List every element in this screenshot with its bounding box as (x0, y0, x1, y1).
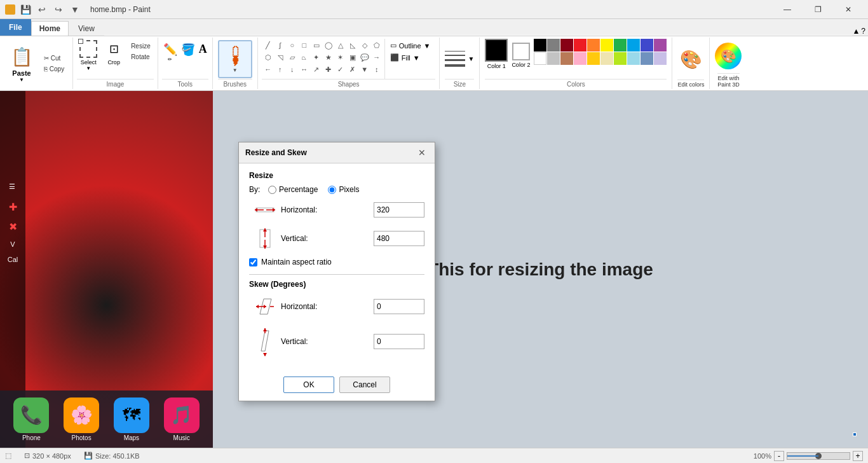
qa-dropdown-button[interactable]: ▼ (67, 2, 83, 17)
shape-hexagon[interactable]: ⬡ (262, 51, 275, 64)
shape-rect[interactable]: □ (298, 39, 311, 52)
save-button[interactable]: 💾 (18, 2, 33, 17)
palette-color-blue[interactable] (627, 39, 640, 52)
shape-freeform[interactable]: ○ (286, 39, 299, 52)
dialog-close-button[interactable]: ✕ (416, 146, 428, 159)
shape-roundrect[interactable]: ▭ (310, 39, 323, 52)
shape-roundedrect2[interactable]: ▣ (346, 51, 359, 64)
shape-plus[interactable]: ✚ (322, 63, 335, 76)
palette-color-red[interactable] (574, 39, 587, 52)
tab-home[interactable]: Home (31, 21, 69, 36)
palette-color-black[interactable] (534, 39, 546, 52)
color2-swatch[interactable] (512, 43, 530, 60)
ok-button[interactable]: OK (283, 377, 334, 393)
shape-arrow-diagonal[interactable]: ↗ (310, 63, 323, 76)
shape-ellipse[interactable]: ◯ (322, 39, 335, 52)
pixels-radio-label[interactable]: Pixels (328, 185, 359, 194)
zoom-in-button[interactable]: + (853, 451, 863, 461)
edit-with-paint3d-button[interactable]: 🎨 Edit with Paint 3D (710, 38, 747, 89)
paste-button[interactable]: 📋 Paste ▼ (5, 39, 38, 88)
palette-color-gold[interactable] (587, 52, 600, 65)
percentage-radio[interactable] (268, 186, 276, 194)
shape-star5[interactable]: ★ (322, 51, 335, 64)
shape-x[interactable]: ✗ (346, 63, 359, 76)
shape-right-triangle[interactable]: ◺ (346, 39, 359, 52)
select-button[interactable]: Select ▼ (77, 39, 100, 73)
shape-more[interactable]: ▼ (358, 63, 371, 76)
brush-button[interactable]: 🖌 ▼ (218, 40, 252, 78)
palette-color-cream[interactable] (600, 52, 613, 65)
pixels-radio[interactable] (328, 186, 336, 194)
palette-color-darkred[interactable] (560, 39, 573, 52)
tab-view[interactable]: View (70, 21, 103, 36)
zoom-out-button[interactable]: - (774, 451, 784, 461)
percentage-radio-label[interactable]: Percentage (268, 185, 318, 194)
shape-checkmark[interactable]: ✓ (334, 63, 347, 76)
vertical-resize-input[interactable]: 480 (374, 231, 424, 246)
dock-item-phone[interactable]: 📞 Phone (13, 397, 49, 441)
shape-arrow-4way[interactable]: ↔ (298, 63, 311, 76)
edit-colors-button[interactable]: 🎨 Edit colors (672, 38, 710, 89)
fill-button[interactable]: 🪣 (180, 41, 196, 58)
palette-color-lightgray[interactable] (547, 52, 560, 65)
dock-item-photos[interactable]: 🌸 Photos (64, 397, 99, 441)
shape-line[interactable]: ╱ (262, 39, 275, 52)
palette-color-darkblue[interactable] (641, 39, 653, 52)
palette-color-white[interactable] (534, 52, 546, 65)
resize-button[interactable]: Resize (128, 41, 154, 51)
maximize-button[interactable]: ❐ (803, 0, 832, 19)
shape-star4[interactable]: ✦ (310, 51, 323, 64)
ribbon-collapse-button[interactable]: ▲ (852, 27, 860, 36)
color1-swatch[interactable] (485, 39, 508, 62)
shape-righttriangle2[interactable]: ◹ (274, 51, 287, 64)
shape-arrow-left[interactable]: ← (262, 63, 275, 76)
shape-pentagon[interactable]: ⬠ (370, 39, 383, 52)
shape-trapezoid[interactable]: ⏢ (298, 51, 311, 64)
shape-parallelogram[interactable]: ▱ (286, 51, 299, 64)
palette-color-lightblue[interactable] (627, 52, 640, 65)
resize-handle[interactable] (853, 432, 857, 436)
outline-button[interactable]: ▭ Outline ▼ (389, 40, 432, 51)
cut-button[interactable]: ✂ Cut (41, 53, 67, 63)
minimize-button[interactable]: — (773, 0, 802, 19)
palette-color-yellow[interactable] (600, 39, 613, 52)
palette-color-lavender[interactable] (654, 52, 667, 65)
shape-curve[interactable]: ∫ (274, 39, 287, 52)
close-button[interactable]: ✕ (834, 0, 863, 19)
help-button[interactable]: ? (861, 27, 865, 36)
shape-callout[interactable]: 💬 (358, 51, 371, 64)
crop-button[interactable]: ⊡ Crop (102, 39, 125, 67)
maintain-aspect-label[interactable]: Maintain aspect ratio (261, 258, 332, 266)
shape-arrow-down[interactable]: ↓ (286, 63, 299, 76)
shape-triangle[interactable]: △ (334, 39, 347, 52)
horizontal-resize-input[interactable]: 320 (374, 202, 424, 218)
palette-color-green[interactable] (614, 39, 627, 52)
redo-button[interactable]: ↪ (51, 2, 66, 17)
maintain-aspect-checkbox[interactable] (249, 258, 257, 266)
shape-arrow[interactable]: → (370, 51, 383, 64)
size-button[interactable]: ▼ (445, 39, 474, 79)
palette-color-purple[interactable] (654, 39, 667, 52)
dock-item-music[interactable]: 🎵 Music (164, 397, 200, 441)
zoom-slider[interactable] (787, 452, 850, 460)
shape-star6[interactable]: ✶ (334, 51, 347, 64)
skew-vertical-input[interactable]: 0 (374, 334, 424, 349)
dock-item-maps[interactable]: 🗺 Maps (114, 397, 149, 441)
text-button[interactable]: A (198, 41, 208, 57)
undo-button[interactable]: ↩ (34, 2, 50, 17)
shape-scroll[interactable]: ↕ (370, 63, 383, 76)
palette-color-brown[interactable] (560, 52, 573, 65)
skew-horizontal-input[interactable]: 0 (374, 299, 424, 314)
palette-color-gray[interactable] (547, 39, 560, 52)
pencil-button[interactable]: ✏️ ✏ (162, 41, 179, 64)
file-tab[interactable]: File (0, 19, 31, 36)
palette-color-pink[interactable] (574, 52, 587, 65)
shape-diamond[interactable]: ◇ (358, 39, 371, 52)
rotate-button[interactable]: Rotate (128, 52, 154, 62)
palette-color-lime[interactable] (614, 52, 627, 65)
fill-color-button[interactable]: ⬛ Fill ▼ (389, 52, 432, 63)
cancel-button[interactable]: Cancel (339, 377, 390, 393)
shape-arrow-up[interactable]: ↑ (274, 63, 287, 76)
copy-button[interactable]: ⎘ Copy (41, 64, 67, 74)
palette-color-steel[interactable] (641, 52, 653, 65)
